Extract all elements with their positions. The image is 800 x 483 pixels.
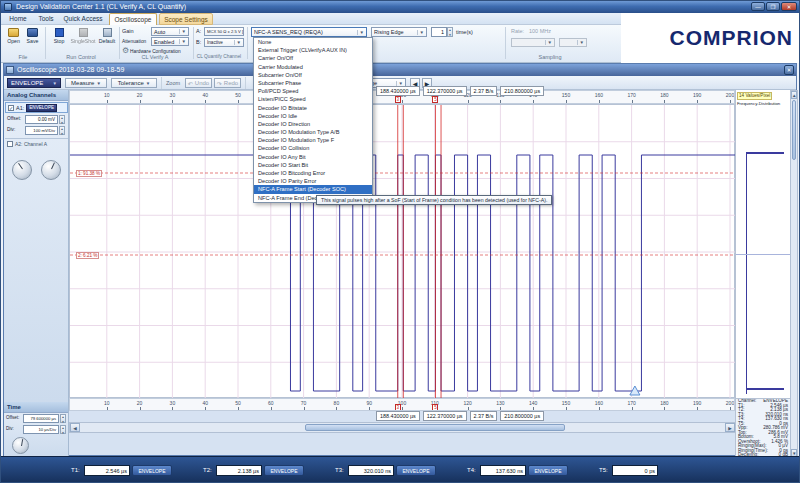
trigger-dropdown-item[interactable]: Decoder IO Bitcoding Error [254,169,372,177]
ruler-tick-mark [369,407,370,410]
offset-value-field[interactable]: 0.00 mV [25,115,58,124]
t1-channel-chip[interactable]: ENVELOPE [132,465,172,476]
trigger-dropdown-item[interactable]: Decoder IO Parity Error [254,177,372,185]
t2-channel-chip[interactable]: ENVELOPE [264,465,304,476]
zoom-redo-button[interactable]: ↷Redo [214,78,241,88]
scroll-left-arrow[interactable]: ◀ [70,423,80,432]
tab-quick-access[interactable]: Quick Access [61,13,105,25]
trigger-dropdown-item[interactable]: Decoder IO Modulation Type F [254,136,372,144]
trigger-dropdown-item[interactable]: NFC-A Frame Start (Decoder SOC) [254,185,372,193]
trigger-dropdown-item[interactable]: Decoder IO Modulation Type A/B [254,128,372,136]
trigger-dropdown-item[interactable]: External Trigger (CLVerifyA AUX IN) [254,46,372,54]
time-div-field[interactable]: 10 µs/Div [23,425,59,434]
scope-close-button[interactable]: ✕ [784,65,794,75]
tab-tools[interactable]: Tools [33,13,59,25]
trigger-dropdown-item[interactable]: Decoder IO Collision [254,144,372,152]
div-value-field[interactable]: 100 mV/Div [25,126,58,135]
channel-a1-row[interactable]: ✓ A1: ENVELOPE [5,102,68,113]
t1-value-field[interactable]: 2.546 µs [84,465,130,476]
zoom-undo-button[interactable]: ↶Undo [185,78,212,88]
trigger-dropdown-item[interactable]: Carrier On/Off [254,54,372,62]
scale-knob[interactable] [41,160,61,180]
trigger-dropdown-item[interactable]: Listen/PICC Speed [254,95,372,103]
vertical-scrollbar[interactable]: ▲ ▼ [790,90,798,457]
threshold-label[interactable]: 1: 91.38 % [76,170,102,177]
open-button[interactable]: Open [5,28,22,44]
scroll-up-arrow[interactable]: ▲ [791,91,797,99]
trigger-count-field[interactable]: 1 [431,27,447,37]
close-button[interactable]: ✕ [781,2,797,11]
trigger-dropdown-item[interactable]: Decoder IO Direction [254,120,372,128]
overlay-value[interactable]: 122.370000 µs [423,86,467,96]
trigger-dropdown-item[interactable]: Poll/PCD Speed [254,87,372,95]
cursor-tag[interactable]: 5 [432,404,438,411]
cursor-tag[interactable]: 5 [432,96,438,103]
maximize-button[interactable]: ❐ [766,2,780,11]
tab-home[interactable]: Home [5,13,31,25]
trigger-dropdown-item[interactable]: Subcarrier Phase [254,79,372,87]
minimize-button[interactable]: — [751,2,765,11]
trigger-dropdown-item[interactable]: Decoder IO Idle [254,112,372,120]
tab-scope-settings[interactable]: Scope Settings [159,13,213,25]
t3-value-field[interactable]: 320.010 ns [348,465,394,476]
trigger-dropdown-item[interactable]: Decoder IO Any Bit [254,153,372,161]
overlay-value[interactable]: 188.430000 µs [376,411,420,421]
cursor-tag[interactable]: 3 [395,96,401,103]
overlay-value[interactable]: 210.800000 µs [500,411,544,421]
tolerance-button[interactable]: Tolerance▼ [111,78,157,88]
single-shot-button[interactable]: SingleShot [71,28,95,44]
overlay-value[interactable]: 2.37 B/s [470,411,498,421]
trigger-count-stepper[interactable]: ▲▼ [447,27,453,37]
channel-a2-row[interactable]: A2: Channel A [5,138,68,149]
threshold-label[interactable]: 2: 6.21 % [76,252,99,259]
t2-label: T2: [203,465,212,476]
t4-channel-chip[interactable]: ENVELOPE [528,465,568,476]
ruler-bottom[interactable]: 1020304050607080901001101201301401501601… [69,398,735,411]
ruler-tick-label: 20 [137,400,143,406]
time-offset-stepper[interactable]: ▲▼ [60,414,66,423]
attenuation-combo[interactable]: Enabled▼ [151,37,189,46]
offset-stepper[interactable]: ▲▼ [59,115,65,124]
overlay-value[interactable]: 210.800000 µs [500,86,544,96]
t3-channel-chip[interactable]: ENVELOPE [396,465,436,476]
cursor-tag[interactable]: 3 [395,404,401,411]
overlay-value[interactable]: 122.370000 µs [423,411,467,421]
trigger-dropdown-item[interactable]: Carrier Modulated [254,63,372,71]
gain-combo[interactable]: Auto▼ [151,27,189,36]
t5-value-field[interactable]: 0 ps [612,465,658,476]
ribbon-tab-row: Home Tools Quick Access Oscilloscope Sco… [1,13,621,25]
default-button[interactable]: Default [97,28,117,44]
tab-oscilloscope[interactable]: Oscilloscope [109,13,157,25]
channel-select-chip[interactable]: ENVELOPE▼ [7,78,61,88]
stop-button[interactable]: Stop [49,28,69,44]
overlay-value[interactable]: 2.37 B/s [470,86,498,96]
time-div-stepper[interactable]: ▲▼ [60,425,66,434]
channel-a1-checkbox[interactable]: ✓ [8,105,14,111]
trigger-dropdown-item[interactable]: Decoder IO Start Bit [254,161,372,169]
offset-knob[interactable] [12,160,32,180]
t2-value-field[interactable]: 2.138 µs [216,465,262,476]
channel-a-combo[interactable]: MCX 50 Ω ± 2.5 V [E]▼ [204,27,244,36]
scroll-right-arrow[interactable]: ▶ [725,423,735,432]
trigger-dropdown-item[interactable]: Subcarrier On/Off [254,71,372,79]
time-offset-field[interactable]: 79.600000 µs [23,414,59,423]
scroll-thumb[interactable] [305,424,565,431]
channel-a1-name-chip[interactable]: ENVELOPE [26,104,57,112]
time-knob[interactable] [12,437,29,454]
trigger-dropdown[interactable]: NoneExternal Trigger (CLVerifyA AUX IN)C… [253,37,373,203]
channel-a2-checkbox[interactable] [7,141,13,147]
div-stepper[interactable]: ▲▼ [59,126,65,135]
trigger-edge-combo[interactable]: Rising Edge▼ [371,27,427,37]
measure-button[interactable]: Measure▼ [65,78,107,88]
scope-window-title: Oscilloscope 2018-03-28 09-18-59 [17,64,124,76]
overlay-value[interactable]: 188.430000 µs [376,86,420,96]
trigger-source-combo[interactable]: NFC-A SENS_REQ (REQA)▼ [251,27,367,37]
save-button[interactable]: Save [24,28,41,44]
trigger-dropdown-item[interactable]: Decoder IO Bitstate [254,104,372,112]
t4-value-field[interactable]: 137.630 ns [480,465,526,476]
trigger-dropdown-item[interactable]: None [254,38,372,46]
vscroll-thumb[interactable] [792,100,796,160]
horizontal-scrollbar[interactable]: ◀ ▶ [69,422,735,433]
plot-area[interactable]: 1: 91.38 %2: 6.21 % [69,104,735,398]
channel-b-combo[interactable]: Inactive▼ [204,38,244,47]
